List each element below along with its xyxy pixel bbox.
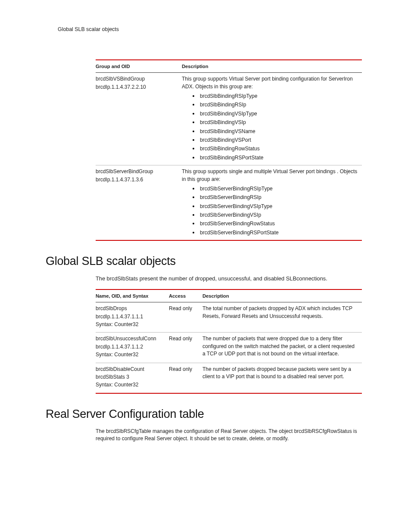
cell-description: The number of packets that were dropped … [202, 333, 362, 363]
section-intro: The brcdSlbRSCfgTable manages the config… [96, 428, 362, 443]
list-item: brcdSlbServerBindingRSIp [199, 193, 358, 201]
th-name-oid-syntax: Name, OID, and Syntax [96, 289, 169, 302]
list-item: brcdSlbServerBindingVSIpType [199, 202, 358, 210]
group-oid: brcdIp.1.1.4.37.1.3.6 [96, 176, 177, 184]
list-item: brcdSlbBindingVSPort [199, 135, 358, 144]
table-row: brcdSlbDrops brcdIp.1.1.4.37.1.1.1 Synta… [96, 302, 362, 333]
group-name: brcdSlbServerBindGroup [96, 168, 177, 175]
th-group-oid: Group and OID [96, 60, 182, 73]
obj-oid: brcdIp.1.1.4.37.1.1.1 [96, 313, 165, 320]
list-item: brcdSlbServerBindingVSIp [199, 210, 358, 219]
table-row: brcdSlbServerBindGroup brcdIp.1.1.4.37.1… [96, 165, 362, 241]
list-item: brcdSlbBindingRSIp [199, 100, 358, 109]
heading-real-server-config: Real Server Configuration table [46, 406, 362, 423]
th-access: Access [169, 289, 202, 302]
cell-access: Read only [169, 363, 202, 393]
table-header-row: Name, OID, and Syntax Access Description [96, 289, 362, 302]
list-item: brcdSlbBindingVSName [199, 127, 358, 135]
desc-intro: This group supports Virtual Server port … [182, 75, 358, 90]
cell-name: brcdSlbDisableCount brcdSlbStats 3 Synta… [96, 363, 169, 393]
table-row: brcdSlbUnsuccessfulConn brcdIp.1.1.4.37.… [96, 333, 362, 363]
cell-description: This group supports single and multiple … [182, 165, 362, 241]
desc-bullets: brcdSlbServerBindingRSIpType brcdSlbServ… [182, 184, 358, 236]
group-oid: brcdIp.1.1.4.37.2.2.10 [96, 84, 177, 91]
desc-intro: This group supports single and multiple … [182, 168, 358, 183]
th-description: Description [182, 60, 362, 73]
list-item: brcdSlbBindingVSIpType [199, 109, 358, 118]
obj-name: brcdSlbDrops [96, 305, 165, 312]
section-intro: The brcdSlbStats present the number of d… [96, 275, 362, 283]
obj-oid: brcdSlbStats 3 [96, 373, 165, 381]
obj-syntax: Syntax: Counter32 [96, 351, 165, 358]
list-item: brcdSlbServerBindingRowStatus [199, 219, 358, 227]
scalar-objects-table: Name, OID, and Syntax Access Description… [96, 289, 362, 394]
cell-access: Read only [169, 302, 202, 333]
group-oid-table: Group and OID Description brcdSlbVSBindG… [96, 59, 362, 241]
group-name: brcdSlbVSBindGroup [96, 75, 177, 83]
list-item: brcdSlbBindingRowStatus [199, 144, 358, 152]
list-item: brcdSlbBindingRSPortState [199, 153, 358, 162]
desc-bullets: brcdSlbBindingRSIpType brcdSlbBindingRSI… [182, 91, 358, 162]
obj-oid: brcdIp.1.1.4.37.1.1.2 [96, 343, 165, 351]
table-row: brcdSlbDisableCount brcdSlbStats 3 Synta… [96, 363, 362, 393]
list-item: brcdSlbServerBindingRSPortState [199, 228, 358, 236]
cell-description: This group supports Virtual Server port … [182, 73, 362, 165]
list-item: brcdSlbBindingVSIp [199, 118, 358, 126]
table-header-row: Group and OID Description [96, 60, 362, 73]
cell-description: The number of packets dropped because pa… [202, 363, 362, 393]
list-item: brcdSlbServerBindingRSIpType [199, 184, 358, 193]
list-item: brcdSlbBindingRSIpType [199, 91, 358, 100]
heading-global-slb-scalar: Global SLB scalar objects [46, 253, 362, 270]
obj-syntax: Syntax: Counter32 [96, 381, 165, 389]
obj-syntax: Syntax: Counter32 [96, 321, 165, 328]
cell-group: brcdSlbServerBindGroup brcdIp.1.1.4.37.1… [96, 165, 182, 241]
table-row: brcdSlbVSBindGroup brcdIp.1.1.4.37.2.2.1… [96, 73, 362, 165]
obj-name: brcdSlbUnsuccessfulConn [96, 335, 165, 342]
cell-access: Read only [169, 333, 202, 363]
cell-description: The total number of packets dropped by A… [202, 302, 362, 333]
page-running-header: Global SLB scalar objects [58, 26, 362, 34]
th-description: Description [202, 289, 362, 302]
obj-name: brcdSlbDisableCount [96, 366, 165, 373]
cell-group: brcdSlbVSBindGroup brcdIp.1.1.4.37.2.2.1… [96, 73, 182, 165]
cell-name: brcdSlbUnsuccessfulConn brcdIp.1.1.4.37.… [96, 333, 169, 363]
cell-name: brcdSlbDrops brcdIp.1.1.4.37.1.1.1 Synta… [96, 302, 169, 333]
